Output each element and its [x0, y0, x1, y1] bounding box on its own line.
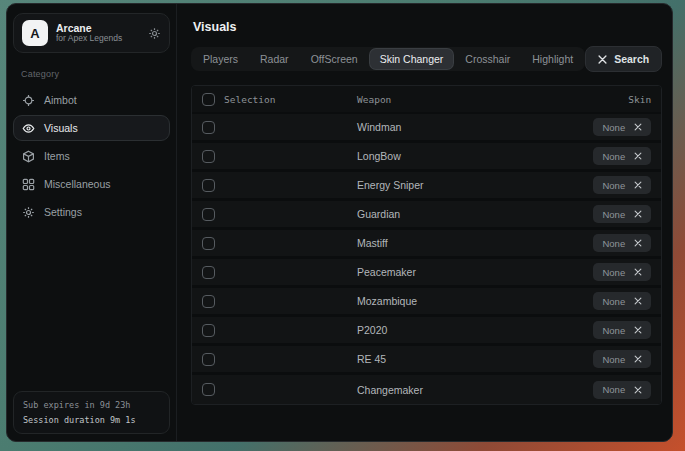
skin-cell: None — [593, 118, 651, 136]
select-all-checkbox[interactable] — [202, 93, 215, 106]
search-button-label: Search — [614, 53, 649, 65]
remove-icon[interactable] — [634, 123, 642, 131]
tab-offscreen[interactable]: OffScreen — [301, 49, 368, 69]
subscription-card: Sub expires in 9d 23h Session duration 9… — [13, 391, 170, 434]
row-checkbox[interactable] — [202, 121, 215, 134]
sidebar-item-aimbot[interactable]: Aimbot — [13, 87, 170, 113]
app-window: A Arcane for Apex Legends Category Aimbo… — [6, 3, 673, 442]
sidebar-item-visuals[interactable]: Visuals — [13, 115, 170, 141]
remove-icon[interactable] — [634, 181, 642, 189]
brand-text: Arcane for Apex Legends — [56, 22, 140, 44]
table-row: P2020None — [192, 317, 661, 346]
remove-icon[interactable] — [634, 297, 642, 305]
remove-icon[interactable] — [634, 386, 642, 394]
remove-icon[interactable] — [634, 210, 642, 218]
weapon-name: LongBow — [357, 150, 593, 162]
tab-highlight[interactable]: Highlight — [522, 49, 583, 69]
skin-selector[interactable]: None — [593, 263, 651, 281]
weapon-name: Guardian — [357, 208, 593, 220]
skin-value: None — [602, 354, 625, 365]
table-row: MozambiqueNone — [192, 288, 661, 317]
brand-card[interactable]: A Arcane for Apex Legends — [13, 13, 170, 53]
remove-icon[interactable] — [634, 326, 642, 334]
skin-cell: None — [593, 350, 651, 368]
sidebar-item-miscellaneous[interactable]: Miscellaneous — [13, 171, 170, 197]
weapon-name: Energy Sniper — [357, 179, 593, 191]
gear-icon — [22, 206, 35, 219]
skin-value: None — [602, 384, 625, 395]
skin-selector[interactable]: None — [593, 381, 651, 399]
skin-selector[interactable]: None — [593, 205, 651, 223]
row-checkbox[interactable] — [202, 266, 215, 279]
weapon-name: P2020 — [357, 324, 593, 336]
sidebar: A Arcane for Apex Legends Category Aimbo… — [7, 4, 177, 441]
sidebar-item-label: Aimbot — [44, 94, 77, 106]
skin-cell: None — [593, 292, 651, 310]
eye-icon — [22, 122, 35, 135]
app-subtitle: for Apex Legends — [56, 34, 140, 44]
row-checkbox[interactable] — [202, 208, 215, 221]
tab-radar[interactable]: Radar — [250, 49, 299, 69]
session-duration-text: Session duration 9m 1s — [23, 413, 160, 427]
skin-cell: None — [593, 321, 651, 339]
table-header: Selection Weapon Skin — [192, 86, 661, 114]
skin-value: None — [602, 296, 625, 307]
skin-selector[interactable]: None — [593, 118, 651, 136]
table-row: GuardianNone — [192, 201, 661, 230]
table-row: Energy SniperNone — [192, 172, 661, 201]
main-panel: Visuals PlayersRadarOffScreenSkin Change… — [177, 4, 673, 441]
remove-icon[interactable] — [634, 355, 642, 363]
table-body: WindmanNoneLongBowNoneEnergy SniperNoneG… — [192, 114, 661, 404]
page-title: Visuals — [193, 20, 662, 34]
skin-value: None — [602, 238, 625, 249]
column-header-weapon: Weapon — [357, 94, 628, 105]
sidebar-nav: AimbotVisualsItemsMiscellaneousSettings — [13, 87, 170, 225]
weapon-name: Mastiff — [357, 237, 593, 249]
row-checkbox[interactable] — [202, 179, 215, 192]
table-row: WindmanNone — [192, 114, 661, 143]
row-checkbox[interactable] — [202, 324, 215, 337]
tab-bar: PlayersRadarOffScreenSkin ChangerCrossha… — [191, 47, 585, 71]
search-button[interactable]: Search — [585, 46, 662, 72]
sidebar-item-label: Miscellaneous — [44, 178, 111, 190]
row-checkbox[interactable] — [202, 383, 215, 396]
sidebar-item-label: Settings — [44, 206, 82, 218]
sidebar-item-items[interactable]: Items — [13, 143, 170, 169]
skin-value: None — [602, 209, 625, 220]
skin-selector[interactable]: None — [593, 321, 651, 339]
table-row: PeacemakerNone — [192, 259, 661, 288]
tab-crosshair[interactable]: Crosshair — [455, 49, 520, 69]
row-checkbox[interactable] — [202, 237, 215, 250]
remove-icon[interactable] — [634, 268, 642, 276]
skin-value: None — [602, 180, 625, 191]
remove-icon[interactable] — [634, 239, 642, 247]
skin-selector[interactable]: None — [593, 176, 651, 194]
remove-icon[interactable] — [634, 152, 642, 160]
skin-cell: None — [593, 234, 651, 252]
sidebar-item-settings[interactable]: Settings — [13, 199, 170, 225]
skin-selector[interactable]: None — [593, 234, 651, 252]
row-checkbox[interactable] — [202, 150, 215, 163]
skin-cell: None — [593, 147, 651, 165]
skin-selector[interactable]: None — [593, 292, 651, 310]
skin-table: Selection Weapon Skin WindmanNoneLongBow… — [191, 85, 662, 405]
gear-icon[interactable] — [148, 27, 161, 40]
sidebar-item-label: Items — [44, 150, 70, 162]
tab-players[interactable]: Players — [193, 49, 248, 69]
skin-selector[interactable]: None — [593, 147, 651, 165]
skin-value: None — [602, 151, 625, 162]
skin-cell: None — [593, 263, 651, 281]
table-row: LongBowNone — [192, 143, 661, 172]
table-row: ChangemakerNone — [192, 375, 661, 404]
row-checkbox[interactable] — [202, 295, 215, 308]
weapon-name: Mozambique — [357, 295, 593, 307]
sidebar-item-label: Visuals — [44, 122, 78, 134]
tab-skin-changer[interactable]: Skin Changer — [370, 49, 454, 69]
row-checkbox[interactable] — [202, 353, 215, 366]
table-row: MastiffNone — [192, 230, 661, 259]
weapon-name: Peacemaker — [357, 266, 593, 278]
weapon-name: Changemaker — [357, 384, 593, 396]
crosshair-icon — [22, 94, 35, 107]
skin-selector[interactable]: None — [593, 350, 651, 368]
skin-cell: None — [593, 176, 651, 194]
